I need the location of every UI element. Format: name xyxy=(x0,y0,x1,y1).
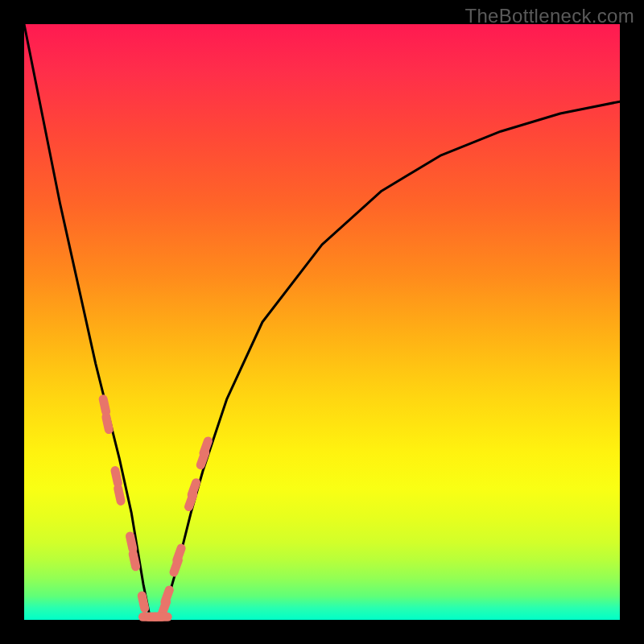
marker-pill xyxy=(103,399,105,412)
marker-pill xyxy=(106,417,109,430)
marker-pill xyxy=(115,471,118,484)
chart-area xyxy=(24,24,620,620)
marker-pill xyxy=(133,554,135,567)
marker-pill xyxy=(192,483,196,495)
marker-pill xyxy=(204,441,208,453)
outer-frame: TheBottleneck.com xyxy=(0,0,644,644)
marker-pill xyxy=(118,489,121,502)
marker-pill xyxy=(142,596,144,609)
bottleneck-curve xyxy=(24,24,620,620)
marker-pill xyxy=(165,590,169,602)
curve-path xyxy=(24,24,620,620)
marker-pill xyxy=(130,536,133,549)
marker-pill xyxy=(177,548,181,560)
